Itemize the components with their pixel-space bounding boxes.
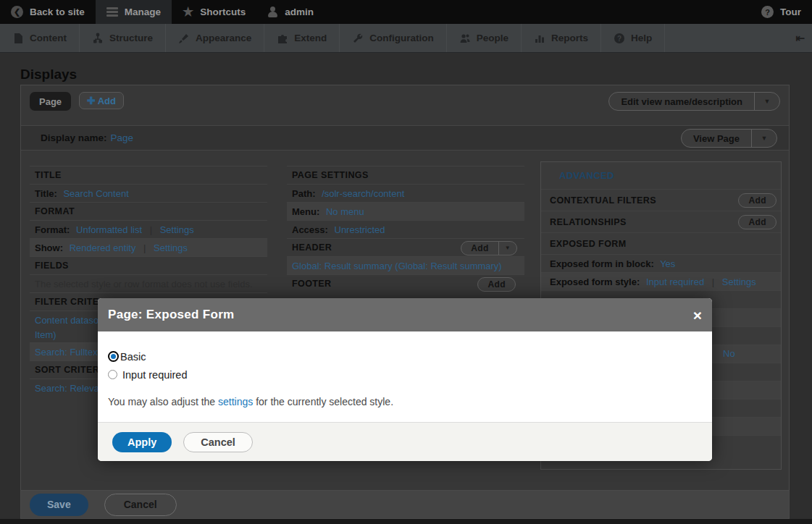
dialog-title: Page: Exposed Form <box>108 308 693 322</box>
show-row: Show: Rendered entity | Settings <box>30 238 267 256</box>
section-footer: FOOTER Add <box>287 274 524 292</box>
path-label: Path: <box>292 188 319 199</box>
menu-item-extend[interactable]: Extend <box>264 24 339 52</box>
chevron-down-icon[interactable]: ▼ <box>498 242 516 255</box>
advanced-peek-link[interactable]: No <box>723 345 735 363</box>
tour-label: Tour <box>780 7 801 17</box>
menu-item-help[interactable]: ? Help <box>600 24 664 52</box>
shortcuts-label: Shortcuts <box>200 7 246 17</box>
exposed-block-label: Exposed form in block: <box>550 258 658 269</box>
menu-item-configuration[interactable]: Configuration <box>339 24 445 52</box>
show-link[interactable]: Rendered entity <box>70 242 136 253</box>
menu-item-people[interactable]: People <box>446 24 521 52</box>
tab-page[interactable]: Page <box>30 92 71 111</box>
display-name-link[interactable]: Page <box>111 132 134 143</box>
radio-unselected-icon[interactable] <box>108 370 117 379</box>
shortcuts-tab[interactable]: ★ Shortcuts <box>172 0 256 24</box>
path-link[interactable]: /solr-search/content <box>322 188 404 199</box>
menu-item-appearance[interactable]: Appearance <box>165 24 264 52</box>
admin-label: admin <box>285 7 314 17</box>
toolbar-orientation-toggle[interactable]: ⇤ <box>788 24 812 52</box>
menu-label-extend: Extend <box>294 33 327 43</box>
exposed-form-heading: EXPOSED FORM <box>550 239 627 249</box>
access-label: Access: <box>292 224 332 235</box>
format-label: Format: <box>35 224 73 235</box>
format-settings-link[interactable]: Settings <box>160 224 194 235</box>
edit-view-name-button[interactable]: Edit view name/description ▼ <box>608 92 780 111</box>
exposed-style-settings-link[interactable]: Settings <box>722 276 756 287</box>
user-icon <box>267 7 278 17</box>
dialog-cancel-button[interactable]: Cancel <box>183 432 253 452</box>
add-display-button[interactable]: ✚ Add <box>79 92 124 109</box>
result-summary-link[interactable]: Global: Result summary (Global: Result s… <box>292 261 502 271</box>
menu-label-people: People <box>477 33 508 43</box>
view-page-button[interactable]: View Page ▼ <box>681 129 777 148</box>
header-item-row: Global: Result summary (Global: Result s… <box>287 256 524 274</box>
view-page-label: View Page <box>682 130 751 147</box>
menu-item-structure[interactable]: Structure <box>79 24 165 52</box>
dialog-body: Basic Input required You may also adjust… <box>98 331 712 422</box>
dialog-titlebar[interactable]: Page: Exposed Form × <box>98 298 712 331</box>
format-link[interactable]: Unformatted list <box>76 224 142 235</box>
contextual-add-button[interactable]: Add <box>738 193 777 208</box>
save-button[interactable]: Save <box>30 494 88 516</box>
display-name-bar: Display name: Page View Page ▼ <box>21 125 789 151</box>
advanced-toggle[interactable]: ADVANCED <box>541 162 781 189</box>
close-icon[interactable]: × <box>693 308 702 323</box>
menu-link[interactable]: No menu <box>326 206 364 217</box>
cancel-button[interactable]: Cancel <box>104 494 177 516</box>
apply-button[interactable]: Apply <box>112 432 172 452</box>
section-fields: FIELDS <box>30 256 267 274</box>
section-title: TITLE <box>30 166 267 184</box>
settings-link[interactable]: settings <box>218 396 253 407</box>
back-to-site-button[interactable]: ❮ Back to site <box>0 0 96 24</box>
tour-button[interactable]: ? Tour <box>750 0 812 24</box>
menu-label: Menu: <box>292 206 323 217</box>
question-mark-icon: ? <box>761 6 774 18</box>
relationships-add-button[interactable]: Add <box>738 215 777 229</box>
radio-option-input-required[interactable]: Input required <box>108 365 700 384</box>
separator: | <box>707 276 719 287</box>
header-add-button[interactable]: Add ▼ <box>461 241 517 255</box>
menu-label-reports: Reports <box>551 33 588 43</box>
menu-label-configuration: Configuration <box>369 33 433 43</box>
fields-note-row: The selected style or row format does no… <box>30 274 267 292</box>
header-add-label: Add <box>461 242 498 255</box>
edit-view-name-label: Edit view name/description <box>609 93 754 110</box>
dialog-note: You may also adjust the settings for the… <box>108 396 700 407</box>
menu-row: Menu: No menu <box>287 202 524 220</box>
exposed-style-link[interactable]: Input required <box>646 276 704 287</box>
separator: | <box>138 242 151 253</box>
section-header: HEADER Add ▼ <box>287 238 524 256</box>
radio-option-basic[interactable]: Basic <box>108 347 700 365</box>
menu-item-content[interactable]: Content <box>0 24 79 52</box>
column-middle: PAGE SETTINGS Path: /solr-search/content… <box>287 166 524 292</box>
svg-text:?: ? <box>617 34 621 42</box>
paintbrush-icon <box>178 33 190 44</box>
dialog-buttonpane: Apply Cancel <box>98 422 712 461</box>
admin-menu-bar: Content Structure Appearance Extend Conf… <box>0 24 812 53</box>
adminbar-spacer <box>664 24 788 52</box>
note-text-after: for the currently selected style. <box>253 396 393 407</box>
note-text-before: You may also adjust the <box>108 396 218 407</box>
show-settings-link[interactable]: Settings <box>154 242 188 253</box>
wrench-icon <box>352 33 364 44</box>
radio-selected-icon[interactable] <box>108 351 119 362</box>
exposed-form-dialog: Page: Exposed Form × Basic Input require… <box>98 298 712 461</box>
footer-add-label: Add <box>478 278 515 291</box>
exposed-block-link[interactable]: Yes <box>660 258 675 269</box>
chevron-down-icon[interactable]: ▼ <box>754 93 779 110</box>
access-link[interactable]: Unrestricted <box>335 224 385 235</box>
title-link[interactable]: Search Content <box>63 188 128 199</box>
manage-menu-icon <box>106 6 118 18</box>
menu-label-appearance: Appearance <box>196 33 251 43</box>
title-label: Title: <box>35 188 61 199</box>
menu-item-reports[interactable]: Reports <box>521 24 600 52</box>
admin-user-tab[interactable]: admin <box>256 0 325 24</box>
puzzle-icon <box>277 33 288 44</box>
manage-tab[interactable]: Manage <box>96 0 172 24</box>
footer-add-button[interactable]: Add <box>477 277 516 292</box>
plus-icon: ✚ <box>87 95 96 106</box>
topbar-spacer <box>325 0 750 24</box>
chevron-down-icon[interactable]: ▼ <box>751 130 777 147</box>
